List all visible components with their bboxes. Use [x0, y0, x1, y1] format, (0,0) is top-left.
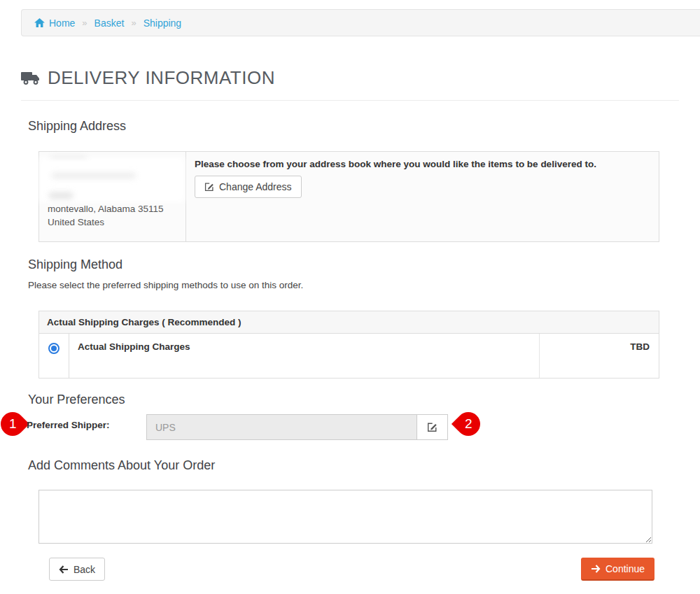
back-button[interactable]: Back [49, 558, 105, 581]
continue-label: Continue [606, 563, 645, 574]
address-country: United States [48, 215, 177, 229]
shipping-method-table-header: Actual Shipping Charges ( Recommended ) [39, 311, 659, 334]
edit-icon [204, 182, 214, 192]
arrow-right-icon [591, 565, 601, 573]
shipping-address-panel: montevallo, Alabama 35115 United States … [38, 151, 659, 242]
edit-preferred-shipper-button[interactable] [416, 414, 448, 440]
breadcrumb-home-link[interactable]: Home [34, 17, 75, 29]
breadcrumb-basket-link[interactable]: Basket [94, 17, 125, 29]
preferred-shipper-input[interactable] [146, 414, 416, 440]
breadcrumb: Home » Basket » Shipping [21, 9, 700, 36]
truck-icon [21, 71, 41, 85]
comments-heading: Add Comments About Your Order [28, 458, 215, 473]
change-address-label: Change Address [219, 181, 292, 192]
shipping-method-table: Actual Shipping Charges ( Recommended ) … [38, 311, 659, 379]
shipping-method-description: Please select the preferred shipping met… [28, 280, 303, 290]
preferences-heading: Your Preferences [28, 393, 125, 407]
shipping-method-option-label: Actual Shipping Charges [69, 334, 539, 378]
breadcrumb-shipping-link[interactable]: Shipping [144, 17, 182, 29]
annotation-badge-1: 1 [0, 407, 29, 441]
breadcrumb-shipping-label: Shipping [144, 17, 182, 29]
annotation-2-number: 2 [465, 416, 472, 432]
annotation-1-number: 1 [9, 416, 17, 432]
back-label: Back [74, 564, 95, 575]
address-instruction: Please choose from your address book whe… [195, 159, 650, 169]
breadcrumb-home-label: Home [49, 17, 75, 29]
page-header: DELIVERY INFORMATION [21, 67, 679, 101]
current-address: montevallo, Alabama 35115 United States [39, 152, 186, 241]
order-comments-textarea[interactable] [38, 490, 652, 544]
shipping-address-heading: Shipping Address [28, 119, 126, 134]
breadcrumb-separator: » [131, 17, 136, 28]
breadcrumb-separator: » [82, 17, 87, 28]
shipping-method-radio[interactable] [48, 343, 59, 354]
edit-icon [427, 422, 438, 432]
preferred-shipper-group [146, 414, 448, 440]
shipping-method-price: TBD [539, 334, 659, 378]
page-title: DELIVERY INFORMATION [48, 67, 275, 89]
address-city-line: montevallo, Alabama 35115 [48, 202, 177, 215]
change-address-button[interactable]: Change Address [195, 176, 302, 198]
annotation-badge-2: 2 [451, 407, 485, 441]
redacted-address-lines [48, 157, 177, 199]
home-icon [34, 18, 45, 27]
breadcrumb-basket-label: Basket [94, 17, 125, 29]
arrow-left-icon [59, 565, 69, 574]
table-row: Actual Shipping Charges TBD [39, 334, 659, 378]
shipping-method-heading: Shipping Method [28, 257, 122, 272]
preferred-shipper-label: Preferred Shipper: [27, 420, 110, 430]
address-book-panel: Please choose from your address book whe… [186, 152, 659, 241]
continue-button[interactable]: Continue [581, 558, 654, 581]
